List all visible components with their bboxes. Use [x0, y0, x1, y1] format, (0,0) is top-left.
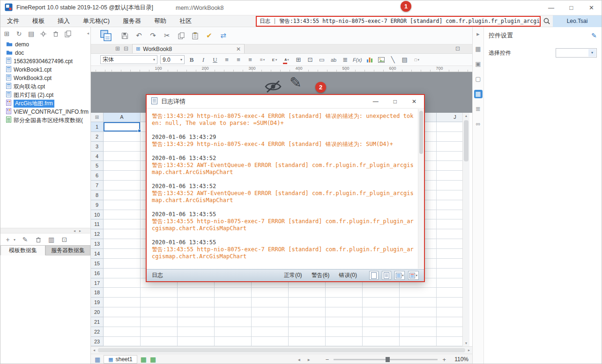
dialog-title-bar[interactable]: 日志详情 — □ ✕ [147, 95, 424, 109]
add-grid-sheet-icon[interactable]: ▦ [141, 356, 147, 363]
cell-A13[interactable] [104, 239, 141, 249]
cell-attributes-icon[interactable]: ▦ [474, 45, 483, 53]
cell-E18[interactable] [252, 288, 289, 298]
config-dataset-icon[interactable]: ⊡ [61, 236, 68, 243]
switch-directory-icon[interactable]: ⊞ [3, 30, 10, 37]
cell-A9[interactable] [104, 200, 141, 210]
cell-C23[interactable] [178, 337, 215, 347]
cell-I19[interactable] [400, 298, 437, 307]
scroll-up-icon[interactable]: ▴ [463, 113, 469, 119]
cell-I22[interactable] [400, 327, 437, 337]
hyperlink-icon[interactable]: ∞ [474, 120, 483, 128]
menu-item-1[interactable]: 文件 [0, 15, 26, 27]
log-action-log-list-button[interactable] [382, 271, 391, 280]
settings-icon[interactable] [40, 30, 47, 37]
cell-C19[interactable] [178, 298, 215, 307]
cell-I20[interactable] [400, 307, 437, 317]
condition-attributes-icon[interactable]: ≣ [474, 105, 483, 113]
sheet-list-icon[interactable]: ▦ [95, 356, 100, 363]
cell-J9[interactable] [437, 200, 462, 210]
splitter-down-icon[interactable]: ▸ [79, 229, 81, 233]
cell-A11[interactable] [104, 219, 141, 229]
cell-G23[interactable] [326, 337, 363, 347]
horizontal-scroll-thumb[interactable] [98, 348, 465, 352]
cell-F18[interactable] [289, 288, 326, 298]
cell-J3[interactable] [437, 142, 462, 152]
cell-J18[interactable] [437, 288, 462, 298]
cell-J4[interactable] [437, 152, 462, 161]
cell-A2[interactable] [104, 132, 141, 142]
cell-C18[interactable] [178, 288, 215, 298]
add-chart-sheet-icon[interactable]: ▦ [150, 356, 156, 363]
cell-A17[interactable] [104, 278, 141, 288]
border-outline-button[interactable]: ⊡ [306, 55, 314, 65]
tree-item[interactable]: ArcGis地图.frm [0, 99, 90, 108]
cell-A7[interactable] [104, 181, 141, 190]
row-header-20[interactable]: 20 [91, 307, 104, 317]
dialog-maximize-button[interactable]: □ [394, 98, 397, 105]
cell-J2[interactable] [437, 132, 462, 142]
dialog-scroll-thumb[interactable] [419, 111, 423, 154]
tree-item[interactable]: WorkBook1.cpt [0, 66, 90, 74]
tree-item[interactable]: demo [0, 40, 90, 49]
row-header-2[interactable]: 2 [91, 132, 104, 142]
align-center-button[interactable]: ≡ [234, 55, 243, 65]
row-header-14[interactable]: 14 [91, 249, 104, 259]
cell-G20[interactable] [326, 307, 363, 317]
undo-icon[interactable]: ↶ [135, 31, 143, 40]
row-header-8[interactable]: 8 [91, 190, 104, 200]
collapse-left-panel-icon[interactable]: ◂ [87, 31, 89, 36]
normal-count[interactable]: 正常(0) [284, 271, 302, 279]
column-header-J[interactable]: J [437, 113, 462, 122]
cell-A22[interactable] [104, 327, 141, 337]
cut-icon[interactable]: ✂ [163, 31, 171, 40]
cell-B18[interactable] [141, 288, 178, 298]
cell-A15[interactable] [104, 259, 141, 269]
error-count[interactable]: 错误(0) [339, 271, 357, 279]
scroll-left-icon[interactable]: ◂ [93, 348, 95, 352]
multi-view-icon[interactable]: ⊟ [124, 44, 128, 53]
row-header-22[interactable]: 22 [91, 327, 104, 337]
expand-editor-icon[interactable]: ⊡ [455, 45, 460, 52]
cell-J11[interactable] [437, 219, 462, 229]
insert-chart-button[interactable] [365, 55, 374, 65]
minimize-button[interactable]: — [541, 0, 561, 15]
select-all-corner[interactable]: ⊞ [91, 113, 104, 122]
row-header-4[interactable]: 4 [91, 152, 104, 161]
cell-E21[interactable] [252, 317, 289, 327]
cell-J19[interactable] [437, 298, 462, 307]
cell-A19[interactable] [104, 298, 141, 307]
cell-B21[interactable] [141, 317, 178, 327]
cell-D19[interactable] [215, 298, 252, 307]
row-header-1[interactable]: 1 [91, 122, 104, 132]
collapse-panel-icon[interactable]: ▸ [474, 30, 483, 38]
scroll-down-icon[interactable]: ▾ [463, 340, 469, 347]
cell-I18[interactable] [400, 288, 437, 298]
cell-D18[interactable] [215, 288, 252, 298]
log-action-filter-warn-button[interactable]: ▾ [408, 271, 419, 280]
cell-B22[interactable] [141, 327, 178, 337]
splitter-up-icon[interactable]: ◂ [74, 229, 75, 233]
tree-item[interactable]: doc [0, 49, 90, 57]
cell-E19[interactable] [252, 298, 289, 307]
tree-item[interactable]: 图片灯箱 (2).cpt [0, 91, 90, 99]
row-header-13[interactable]: 13 [91, 239, 104, 249]
cell-A8[interactable] [104, 190, 141, 200]
cell-G22[interactable] [326, 327, 363, 337]
insert-line-button[interactable]: ╲ [389, 55, 397, 65]
tree-item[interactable]: VIEW_CONTRACT_INFO.frm [0, 108, 90, 116]
cell-H22[interactable] [363, 327, 400, 337]
zoom-slider[interactable] [334, 359, 438, 360]
cell-A5[interactable] [104, 161, 141, 171]
border-all-button[interactable]: ⊞ [294, 55, 303, 65]
cell-A23[interactable] [104, 337, 141, 347]
cell-A18[interactable] [104, 288, 141, 298]
merge-cells-button[interactable]: ⊞▾ [258, 55, 267, 65]
vertical-scroll-thumb[interactable] [464, 120, 468, 161]
log-status-bar[interactable]: 日志 | 警告:13:43:55 http-nio-8075-exec-7 ER… [256, 16, 541, 27]
cell-J15[interactable] [437, 259, 462, 269]
save-icon[interactable] [121, 31, 129, 40]
log-action-new-log-button[interactable] [369, 271, 379, 280]
cell-element-icon[interactable]: ▣ [474, 60, 483, 68]
insert-subreport-button[interactable]: ▤ [401, 55, 409, 65]
